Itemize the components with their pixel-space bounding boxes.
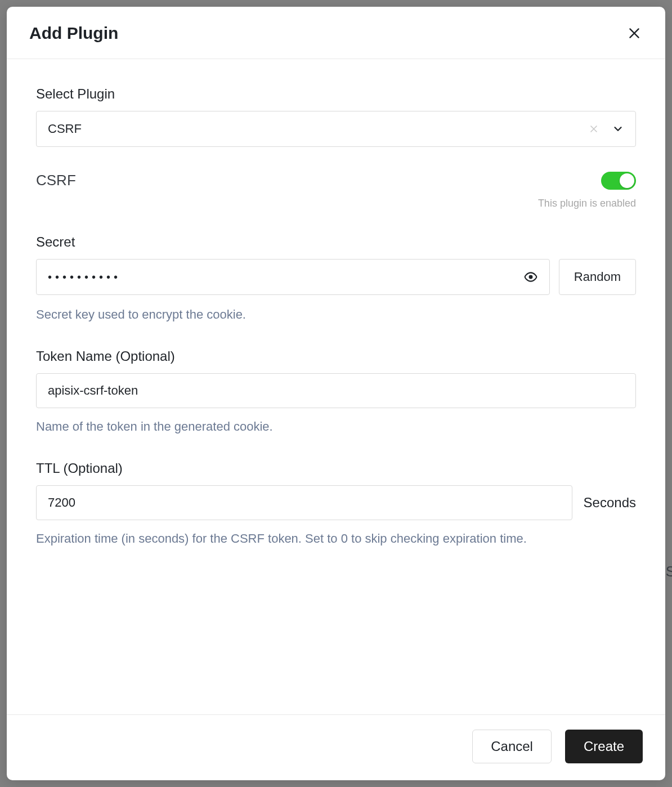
ttl-label: TTL (Optional)	[36, 460, 636, 476]
select-plugin-value: CSRF	[48, 122, 588, 136]
secret-label: Secret	[36, 234, 636, 250]
token-name-field: Token Name (Optional) Name of the token …	[36, 348, 636, 436]
select-clear-button[interactable]	[588, 123, 599, 135]
select-chevron	[612, 123, 624, 135]
secret-input-wrap	[36, 259, 550, 295]
create-button[interactable]: Create	[565, 730, 643, 763]
cancel-button[interactable]: Cancel	[472, 730, 552, 763]
clear-icon	[588, 123, 599, 135]
ttl-field: TTL (Optional) Seconds Expiration time (…	[36, 460, 636, 548]
token-name-label: Token Name (Optional)	[36, 348, 636, 364]
eye-icon	[523, 270, 538, 284]
select-plugin-field: Select Plugin CSRF	[36, 86, 636, 147]
select-plugin-dropdown[interactable]: CSRF	[36, 111, 636, 147]
secret-field: Secret Random Secret key used to encrypt…	[36, 234, 636, 324]
secret-hint: Secret key used to encrypt the cookie.	[36, 305, 636, 324]
token-name-input[interactable]	[36, 373, 636, 408]
chevron-down-icon	[612, 123, 624, 135]
modal-footer: Cancel Create	[7, 714, 665, 780]
plugin-enable-toggle[interactable]	[601, 172, 636, 190]
toggle-knob	[620, 173, 634, 188]
toggle-column: This plugin is enabled	[538, 172, 636, 209]
modal-title: Add Plugin	[29, 24, 118, 43]
select-plugin-label: Select Plugin	[36, 86, 636, 102]
token-name-hint: Name of the token in the generated cooki…	[36, 417, 636, 436]
ttl-input[interactable]	[36, 485, 572, 520]
secret-input[interactable]	[48, 271, 523, 284]
plugin-name-heading: CSRF	[36, 172, 76, 189]
svg-point-0	[528, 275, 532, 279]
random-button[interactable]: Random	[559, 259, 636, 295]
add-plugin-modal: Add Plugin Select Plugin CSRF	[7, 7, 665, 780]
close-button[interactable]	[626, 25, 643, 42]
plugin-enabled-hint: This plugin is enabled	[538, 198, 636, 209]
ttl-unit: Seconds	[584, 495, 636, 511]
modal-body: Select Plugin CSRF CSRF	[7, 59, 665, 714]
plugin-enable-row: CSRF This plugin is enabled	[36, 172, 636, 209]
modal-header: Add Plugin	[7, 7, 665, 59]
ttl-hint: Expiration time (in seconds) for the CSR…	[36, 529, 636, 548]
reveal-secret-button[interactable]	[523, 270, 538, 284]
close-icon	[627, 26, 642, 41]
